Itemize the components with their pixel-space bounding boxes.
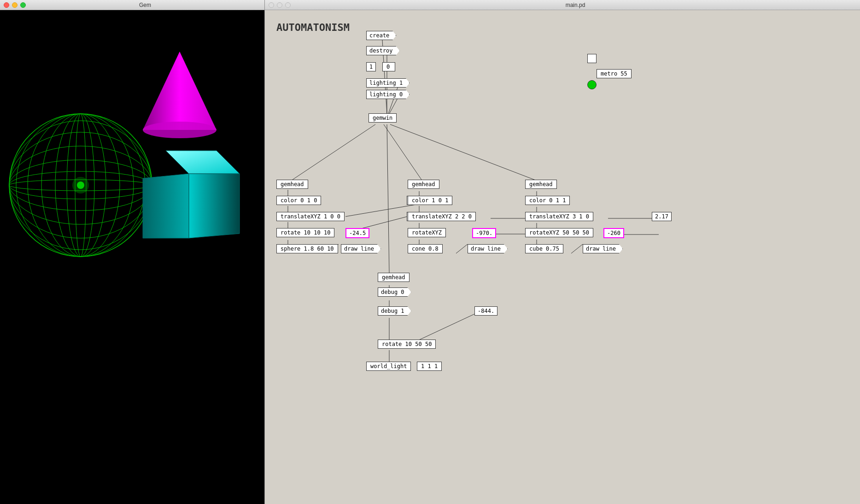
node-rotatexyz2[interactable]: rotateXYZ <box>408 228 446 237</box>
node-color010[interactable]: color 0 1 0 <box>276 196 321 205</box>
node-bang-white[interactable] <box>587 54 597 63</box>
node-drawline3[interactable]: draw line <box>583 244 623 253</box>
svg-line-25 <box>388 85 398 114</box>
cube-shape <box>138 146 244 243</box>
node-gemhead2[interactable]: gemhead <box>408 180 439 189</box>
gem-window: Gem <box>0 0 265 504</box>
gem-title-bar: Gem <box>0 0 264 10</box>
svg-line-40 <box>456 244 468 253</box>
svg-line-27 <box>293 124 375 180</box>
pd-traffic-lights <box>269 2 291 8</box>
svg-line-29 <box>390 124 537 181</box>
pd-minimize-button[interactable] <box>277 2 282 8</box>
pd-title-bar: main.pd <box>265 0 860 10</box>
node-debug0[interactable]: debug 0 <box>378 287 411 297</box>
node-cube[interactable]: cube 0.75 <box>525 244 563 253</box>
node-num-1[interactable]: 1 <box>366 62 376 71</box>
node-n111[interactable]: 1 1 1 <box>417 362 442 371</box>
node-color101[interactable]: color 1 0 1 <box>408 196 452 205</box>
zoom-button[interactable] <box>20 2 26 8</box>
cone-shape <box>138 47 221 139</box>
gem-scene <box>0 10 264 504</box>
node-destroy[interactable]: destroy <box>366 46 400 55</box>
node-cone[interactable]: cone 0.8 <box>408 244 443 253</box>
node-n260[interactable]: -260 <box>603 228 624 238</box>
svg-marker-19 <box>189 174 240 238</box>
minimize-button[interactable] <box>12 2 18 8</box>
svg-marker-18 <box>143 174 189 238</box>
node-sphere[interactable]: sphere 1.8 60 10 <box>276 244 338 253</box>
node-world-light[interactable]: world_light <box>366 362 411 371</box>
pd-zoom-button[interactable] <box>285 2 291 8</box>
sphere-wireframe <box>7 111 154 259</box>
svg-line-26 <box>389 97 398 114</box>
svg-line-30 <box>387 124 389 273</box>
node-rotate4[interactable]: rotate 10 50 50 <box>378 340 436 349</box>
main-container: Gem <box>0 0 860 504</box>
pd-window-title: main.pd <box>291 2 860 8</box>
svg-marker-15 <box>143 52 216 130</box>
node-drawline2[interactable]: draw line <box>468 244 508 253</box>
node-n217[interactable]: 2.17 <box>652 212 672 221</box>
node-translate3[interactable]: translateXYZ 3 1 0 <box>525 212 593 221</box>
node-color011[interactable]: color 0 1 1 <box>525 196 570 205</box>
node-lighting1[interactable]: lighting 1 <box>366 78 410 88</box>
patch-connections <box>265 10 860 504</box>
svg-line-28 <box>384 124 421 180</box>
node-rotate1[interactable]: rotate 10 10 10 <box>276 228 334 237</box>
node-gemhead4[interactable]: gemhead <box>378 273 410 282</box>
node-create[interactable]: create <box>366 31 396 40</box>
svg-point-16 <box>143 122 216 138</box>
node-translate1[interactable]: translateXYZ 1 0 0 <box>276 212 345 221</box>
gem-window-title: Gem <box>26 2 264 8</box>
traffic-lights <box>4 2 26 8</box>
pd-window: main.pd <box>265 0 860 504</box>
node-metro55[interactable]: metro 55 <box>597 69 632 78</box>
patch-title: AUTOMATONISM <box>276 22 350 33</box>
node-rotatexyz3[interactable]: rotateXYZ 50 50 50 <box>525 228 593 237</box>
node-drawline1[interactable]: draw line <box>341 244 381 253</box>
node-n245[interactable]: -24.5 <box>345 228 369 238</box>
close-button[interactable] <box>4 2 9 8</box>
node-gemhead1[interactable]: gemhead <box>276 180 308 189</box>
node-gemhead3[interactable]: gemhead <box>525 180 557 189</box>
svg-line-45 <box>571 244 583 253</box>
node-debug1[interactable]: debug 1 <box>378 306 411 316</box>
svg-marker-17 <box>166 151 240 174</box>
node-num-0[interactable]: 0 <box>382 62 395 71</box>
node-translate2[interactable]: translateXYZ 2 2 0 <box>408 212 476 221</box>
pd-content[interactable]: AUTOMATONISM create destroy 1 0 lighting… <box>265 10 860 504</box>
node-lighting0[interactable]: lighting 0 <box>366 90 410 99</box>
svg-point-14 <box>72 177 89 193</box>
app-container: Gem <box>0 0 860 504</box>
pd-close-button[interactable] <box>269 2 274 8</box>
node-gemwin[interactable]: gemwin <box>369 113 397 123</box>
node-n844[interactable]: -844. <box>474 306 497 316</box>
node-n970[interactable]: -970. <box>472 228 496 238</box>
svg-line-54 <box>417 312 479 341</box>
node-bang-green[interactable] <box>587 80 597 89</box>
